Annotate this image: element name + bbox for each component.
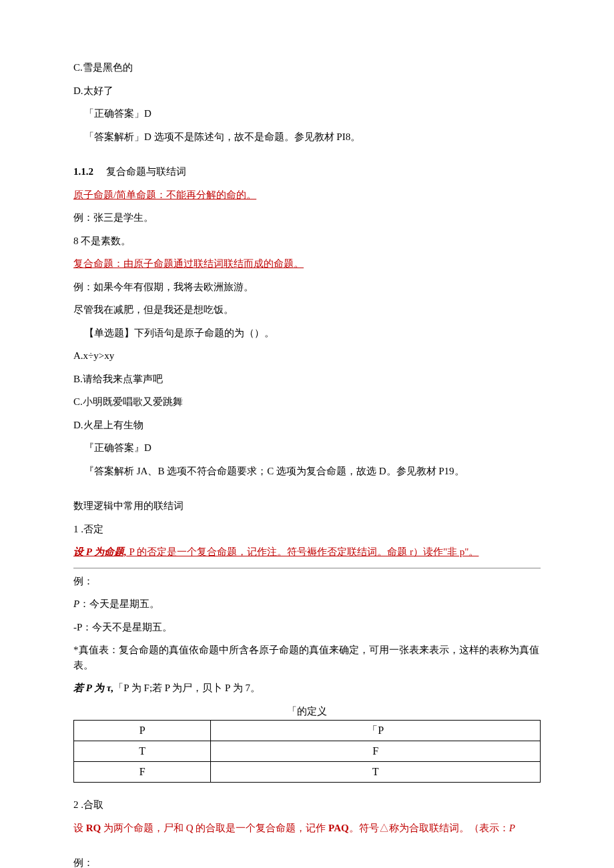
question-stem: 【单选题】下列语句是原子命题的为（）。 [73, 326, 541, 341]
example-1: 例：张三是学生。 [73, 210, 541, 226]
q-option-d: D.火星上有生物 [73, 418, 541, 433]
atomic-definition: 原子命题/简单命题：不能再分解的命的。 [73, 187, 541, 203]
conj-pre: 设 [73, 823, 86, 833]
truth-table-note: *真值表：复合命题的真值依命题中所含各原子命题的真值来确定，可用一张表来表示，这… [73, 642, 541, 673]
table-row: F T [74, 762, 541, 783]
q-option-c: C.小明既爱唱歌又爱跳舞 [73, 394, 541, 410]
p-symbol: P [73, 598, 79, 609]
cell: F [211, 741, 541, 762]
negation-premise: 设 P 为命题, [73, 546, 127, 557]
negation-example-not-p: -P：今天不是星期五。 [73, 620, 541, 635]
document-body: C.雪是黑色的 D.太好了 「正确答案」D 「答案解析」D 选项不是陈述句，故不… [73, 60, 541, 868]
p-text: ：今天是星期五。 [79, 598, 160, 609]
example-4: 尽管我在减肥，但是我还是想吃饭。 [73, 302, 541, 318]
negation-body: P 的否定是一个复合命题，记作注。符号褥作否定联结词。命题 r）读作"非 p"。 [127, 546, 479, 557]
conjunction-heading: 2 .合取 [73, 797, 541, 813]
truth-table: P 「P T F F T [73, 720, 541, 783]
table-row: P 「P [74, 721, 541, 741]
cell: P [74, 721, 211, 741]
compound-definition: 复合命题：由原子命题通过联结词联结而成的命题。 [73, 256, 541, 272]
horizontal-rule [73, 568, 541, 568]
option-d: D.太好了 [73, 83, 541, 99]
negation-definition: 设 P 为命题, P 的否定是一个复合命题，记作注。符号褥作否定联结词。命题 r… [73, 544, 541, 560]
example-2: 8 不是素数。 [73, 234, 541, 249]
option-c: C.雪是黑色的 [73, 60, 541, 75]
conj-mid: 为两个命题，尸和 Q 的合取是一个复合命题，记作 [101, 823, 328, 833]
table-row: T F [74, 741, 541, 762]
conjunction-definition: 设 RQ 为两个命题，尸和 Q 的合取是一个复合命题，记作 PAQ。符号△称为合… [73, 821, 541, 836]
conj-p: P [509, 823, 515, 833]
cell: T [211, 762, 541, 783]
conj-paq: PAQ [328, 823, 349, 833]
cell: T [74, 741, 211, 762]
connectives-title: 数理逻辑中常用的联结词 [73, 498, 541, 514]
if-premise: 若 P 为 τ, [73, 683, 113, 693]
if-body: 「P 为 F;若 P 为尸，贝卜 P 为 7。 [113, 683, 260, 693]
q-explanation: 『答案解析 JA、B 选项不符合命题要求；C 选项为复合命题，故选 D。参见教材… [73, 464, 541, 479]
section-title-text: 复合命题与联结词 [106, 166, 186, 177]
conj-suf: 。符号△称为合取联结词。（表示： [349, 823, 509, 833]
negation-example-p: P：今天是星期五。 [73, 596, 541, 612]
cell: F [74, 762, 211, 783]
example-3: 例：如果今年有假期，我将去欧洲旅游。 [73, 280, 541, 295]
example-label: 例： [73, 574, 541, 589]
cell: 「P [211, 721, 541, 741]
example-final: 例： [73, 855, 541, 868]
conj-rq: RQ [86, 823, 101, 833]
answer-explanation: 「答案解析」D 选项不是陈述句，故不是命题。参见教材 PI8。 [73, 129, 541, 145]
table-caption: 「的定义 [73, 704, 541, 719]
section-1-1-2: 1.1.2 复合命题与联结词 [73, 164, 541, 179]
negation-heading: 1 .否定 [73, 522, 541, 537]
correct-answer: 「正确答案」D [73, 106, 541, 121]
q-option-b: B.请给我来点掌声吧 [73, 372, 541, 387]
if-p-line: 若 P 为 τ,「P 为 F;若 P 为尸，贝卜 P 为 7。 [73, 681, 541, 696]
q-correct-answer: 『正确答案』D [73, 440, 541, 456]
section-number: 1.1.2 [73, 166, 93, 177]
q-option-a: A.x÷y>xy [73, 348, 541, 364]
